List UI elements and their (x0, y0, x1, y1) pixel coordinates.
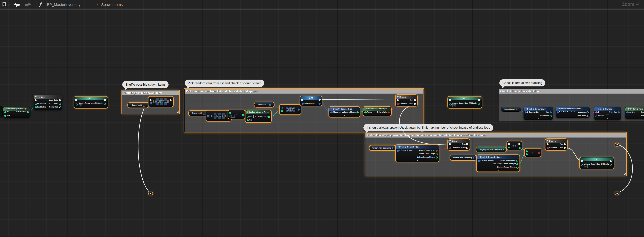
amount-value[interactable]: 0 (606, 114, 609, 117)
false-pin[interactable] (414, 103, 416, 105)
last-index-pin[interactable] (35, 106, 37, 108)
node-break-spawn-settings-2[interactable]: −<Break S_SpawnSettings S Spawn Settings… (477, 155, 520, 172)
node-random-int-range-2[interactable]: ƒRandom Integer in Range Min 0 Return Va… (246, 110, 271, 122)
exec-in-pin[interactable] (397, 99, 399, 101)
condition-pin[interactable] (397, 103, 399, 105)
handle-in-pin[interactable] (557, 112, 559, 114)
node-sgk-item-details[interactable]: ƒSGK Item Details Inv Item Item Found It… (625, 107, 644, 119)
var-out-pin[interactable] (610, 164, 612, 166)
min-value[interactable]: 0 (254, 115, 257, 118)
caret-down-icon[interactable] (7, 3, 10, 6)
max-pin[interactable] (4, 115, 6, 117)
node-length[interactable]: LENGTH (206, 110, 231, 121)
expand-chevron-icon[interactable]: ∨ (607, 118, 608, 120)
first-index-pin[interactable] (35, 103, 37, 105)
collapse-chevron-icon[interactable]: ∧ (344, 114, 345, 116)
forward-arrow-icon[interactable] (25, 2, 31, 7)
false-pin[interactable] (564, 147, 566, 149)
collapse-chevron-icon[interactable]: ∧ (416, 160, 418, 161)
array-pin[interactable] (269, 104, 270, 105)
node-break-spawner-list-1[interactable]: −<Break S_SpawnerList S Spawner List Spa… (329, 107, 360, 117)
node-for-loop[interactable]: ↻For Loop Loop Body First Index 1 Index … (34, 95, 62, 110)
struct-out-pin[interactable] (618, 112, 620, 114)
no-item-spawn-chance-pin[interactable] (516, 166, 518, 169)
var-out-pin[interactable] (104, 103, 106, 105)
comment-resize-handle[interactable] (623, 173, 626, 175)
node-break-spawner-list-2[interactable]: −<Break S_SpawnerList S Spawner List Ite… (524, 107, 553, 120)
pill-spawn-item[interactable]: Spawn Item L (501, 107, 521, 112)
pill-random-item-spawning-2[interactable]: Random Item Spawning (450, 155, 476, 160)
reroute-node-2[interactable] (615, 192, 619, 195)
breadcrumb-current[interactable]: Spawn Items (101, 2, 123, 7)
var-in-pin[interactable] (450, 104, 452, 106)
var-value[interactable]: 0 (452, 104, 456, 107)
var-in-pin[interactable] (582, 164, 584, 166)
expand-chevron-icon[interactable]: ∨ (538, 118, 539, 119)
comment-stacking-header[interactable]: Check if item allows stacking (499, 89, 644, 94)
var-value[interactable]: 0 (584, 165, 588, 168)
var-in-pin[interactable] (76, 104, 78, 106)
struct-pin[interactable] (473, 157, 474, 158)
min-pin[interactable] (247, 116, 249, 118)
return-value-pin[interactable] (27, 111, 29, 113)
condition-pin[interactable] (449, 147, 451, 149)
id-pin[interactable] (596, 112, 598, 114)
amount-pin[interactable] (596, 115, 598, 117)
first-index-value[interactable]: 1 (48, 102, 51, 105)
reroute-node-3[interactable] (615, 143, 619, 146)
comment-shuffle-header[interactable]: Shuffle possible spawn items (122, 90, 179, 95)
node-random-bool-weight[interactable]: ƒRandom Bool with Weight Weight Return V… (363, 107, 391, 116)
max-always-spawn-attempts-pin[interactable] (516, 163, 518, 165)
pill-spawn-list-2[interactable]: Spawn List L (189, 111, 208, 116)
max-pin[interactable] (247, 119, 249, 121)
node-branch-1[interactable]: ⇄Branch True Condition False (396, 95, 417, 106)
var-out-pin[interactable] (318, 103, 320, 105)
node-make-inv-item[interactable]: >−Make S_InvItem ID S Inv Item Amount 0 … (594, 107, 621, 120)
no-item-spawn-chance-pin[interactable] (436, 156, 438, 158)
true-pin[interactable] (414, 99, 416, 101)
var-in-pin[interactable] (302, 103, 304, 105)
inv-item-pin[interactable] (626, 112, 628, 114)
struct-in-pin[interactable] (397, 150, 399, 152)
false-pin[interactable] (466, 147, 468, 149)
int-pin[interactable] (503, 149, 504, 150)
array-pin[interactable] (143, 105, 144, 105)
struct-pin[interactable] (392, 147, 393, 149)
node-branch-3[interactable]: ⇄Branch True Condition False (546, 139, 567, 150)
comment-resize-handle[interactable] (176, 110, 178, 113)
node-branch-2[interactable]: ⇄Branch True Condition False (448, 139, 470, 150)
node-set-checks-2[interactable]: SET Always Spawn Num Of Checks 0 (448, 96, 482, 108)
node-set-checks-1[interactable]: SET Always Spawn Num Of Checks 0 (74, 96, 108, 108)
comment-pick-random-header[interactable]: Pick random item from list and check if … (184, 89, 423, 94)
pill-always-spawn-num-of-checks[interactable]: Always Spawn Num Of Checks (476, 147, 506, 152)
node-shuffle[interactable]: SHUFFLE (148, 96, 173, 107)
pill-spawn-list-3[interactable]: Spawn List L (254, 102, 274, 107)
comment-always-spawn-header[interactable]: If should always spawn check again but l… (366, 133, 626, 138)
var-value[interactable]: 0 (78, 104, 82, 107)
struct-in-pin[interactable] (478, 160, 480, 162)
min-pin[interactable] (4, 111, 6, 113)
node-get[interactable]: GET (280, 105, 301, 114)
node-break-datatable-row-handle[interactable]: −<Break DataTableRowHandle Data Table Ro… (556, 107, 590, 118)
node-break-spawn-settings-1[interactable]: −<Break S_SpawnSettings S Spawn Settings… (396, 145, 439, 162)
spawn-chance-pin[interactable] (356, 112, 358, 114)
operand-b-value[interactable]: 1 (231, 115, 235, 118)
reroute-node-1[interactable] (148, 192, 153, 195)
condition-pin[interactable] (547, 147, 549, 149)
struct-in-pin[interactable] (330, 112, 332, 114)
node-set-spawn-item[interactable]: SET Spawn Item L (300, 96, 322, 106)
back-arrow-icon[interactable] (14, 2, 20, 7)
struct-in-pin[interactable] (525, 112, 527, 114)
exec-in-pin[interactable] (547, 143, 549, 145)
offscreen-node[interactable] (0, 106, 3, 118)
exec-in-pin[interactable] (449, 143, 451, 145)
row-name-pin[interactable] (586, 115, 588, 117)
completed-pin[interactable] (59, 106, 61, 108)
exec-in-pin[interactable] (35, 99, 37, 101)
true-pin[interactable] (466, 143, 468, 145)
min-amount-pin[interactable] (550, 115, 552, 117)
data-table-pin[interactable] (586, 112, 588, 114)
return-value-pin[interactable] (388, 112, 390, 114)
spawn-timer-length-pin[interactable] (516, 160, 518, 162)
struct-pin[interactable] (516, 108, 518, 110)
